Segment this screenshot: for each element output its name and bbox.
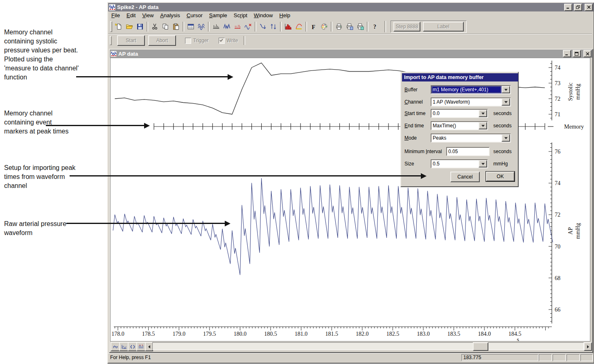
vertical-markers-button[interactable] [268, 21, 279, 32]
save-button[interactable] [135, 21, 145, 32]
horizontal-scrollbar-track[interactable] [152, 342, 584, 350]
start-button[interactable]: Start [117, 35, 145, 46]
minimum-interval-input[interactable]: 0.05 [446, 147, 490, 156]
svg-text:184.0: 184.0 [478, 331, 491, 337]
annotation-dialog-setup: Setup for importing peak times from wave… [4, 163, 78, 190]
svg-text:73: 73 [555, 80, 560, 86]
toolbar-separator [208, 22, 210, 32]
copy-button[interactable] [160, 21, 171, 32]
toolbar-separator [384, 21, 386, 32]
main-title-bar[interactable]: Spike2 - AP data [108, 3, 594, 11]
fit-curve-button[interactable] [294, 21, 304, 32]
start-time-combo[interactable]: 0.0 [431, 109, 488, 118]
menu-view[interactable]: View [139, 11, 157, 19]
print-screen-button[interactable] [355, 21, 366, 32]
channel-combo[interactable]: 1 AP (Waveform) [431, 97, 511, 106]
copy-icon [162, 23, 169, 30]
annotation-systolic-channel: Memory channel containing systolic press… [4, 28, 80, 82]
spike-train-button[interactable] [211, 21, 221, 32]
scroll-left-button[interactable] [145, 342, 153, 351]
menu-analysis[interactable]: Analysis [157, 11, 183, 19]
toolbar-grip[interactable] [110, 21, 112, 32]
buffer-combo[interactable]: m1 Memory (Event+,401) [431, 85, 511, 94]
dialog-title-bar[interactable]: Import to AP data memory buffer [402, 73, 518, 81]
new-file-button[interactable] [113, 21, 124, 32]
inner-maximize-button[interactable] [573, 50, 581, 57]
end-time-dropdown-button[interactable] [479, 122, 487, 129]
spike-train-icon [212, 23, 220, 30]
buffer-dropdown-button[interactable] [501, 86, 510, 93]
menu-file[interactable]: File [108, 11, 123, 19]
ap-data-icon [111, 51, 117, 57]
inner-minimize-button[interactable] [563, 50, 571, 57]
waveform-delete-icon [244, 23, 252, 30]
menu-window[interactable]: Window [251, 11, 276, 19]
chevron-down-icon [504, 101, 508, 103]
ap-data-title-bar[interactable]: AP data [110, 50, 592, 58]
blue-waveform-button[interactable] [221, 21, 232, 32]
step-button[interactable]: Step 8888 [393, 22, 420, 32]
size-combo[interactable]: 0.5 [431, 159, 488, 168]
print-button[interactable] [334, 21, 344, 32]
status-panel [580, 354, 593, 361]
spike2-app-icon [109, 4, 115, 11]
mode-value: Peaks [431, 134, 501, 142]
measure-to-channel-button[interactable] [257, 21, 268, 32]
new-file-icon [115, 23, 122, 30]
waveform-delete-button[interactable] [243, 21, 253, 32]
menu-help[interactable]: Help [276, 11, 294, 19]
restore-button[interactable] [574, 4, 582, 11]
inner-close-button[interactable] [583, 50, 592, 57]
palette-button[interactable] [319, 21, 330, 32]
font-button[interactable]: F [308, 21, 319, 32]
histogram-button[interactable] [283, 21, 294, 32]
ap-data-window: AP data 74737271SystolicmmHgMemory767472… [109, 49, 593, 353]
buffer-value: m1 Memory (Event+,401) [431, 86, 501, 93]
size-row: Size0.5mmHg [401, 159, 516, 169]
mode-dropdown-button[interactable] [501, 134, 510, 142]
svg-text:182.0: 182.0 [356, 331, 369, 337]
mode-combo[interactable]: Peaks [431, 133, 511, 142]
help-button[interactable]: ? [370, 21, 380, 32]
svg-text:70: 70 [555, 244, 560, 250]
toolbar-grip[interactable] [110, 36, 112, 45]
overdraw-waves-button[interactable] [196, 21, 207, 32]
ap-data-window-title: AP data [118, 51, 138, 57]
minimize-button[interactable] [564, 4, 572, 11]
svg-text:Systolic: Systolic [567, 82, 574, 101]
end-time-combo[interactable]: MaxTime() [431, 121, 488, 130]
mdi-client-area: AP data 74737271SystolicmmHgMemory767472… [108, 47, 592, 353]
svg-text:179.5: 179.5 [203, 331, 216, 337]
paste-icon [172, 23, 180, 30]
scroll-right-button[interactable] [584, 342, 592, 351]
ok-button[interactable]: OK [486, 171, 515, 182]
horizontal-scrollbar-thumb[interactable] [473, 342, 488, 351]
blue-waveform-icon [223, 23, 230, 30]
svg-text:s: s [517, 337, 519, 341]
menu-edit[interactable]: Edit [123, 11, 139, 19]
paste-button[interactable] [171, 21, 181, 32]
sampling-grid-icon [187, 23, 194, 30]
start-time-dropdown-button[interactable] [479, 110, 487, 117]
mode-row: ModePeaks [401, 133, 516, 143]
status-panel [539, 354, 552, 361]
menu-sample[interactable]: Sample [206, 11, 230, 19]
print-visible-button[interactable] [344, 21, 355, 32]
dialog-title: Import to AP data memory buffer [404, 75, 483, 80]
write-checkbox[interactable] [219, 38, 225, 44]
open-folder-button[interactable] [124, 21, 135, 32]
abort-button[interactable]: Abort [148, 35, 176, 46]
status-panel [567, 354, 580, 361]
label-button[interactable]: Label [423, 22, 464, 32]
cancel-button[interactable]: Cancel [450, 172, 480, 182]
menu-script[interactable]: Script [230, 11, 251, 19]
event-histogram-button[interactable] [232, 21, 243, 32]
size-dropdown-button[interactable] [479, 160, 487, 167]
menu-cursor[interactable]: Cursor [183, 11, 206, 19]
trigger-checkbox[interactable] [185, 38, 191, 44]
help-icon: ? [371, 23, 379, 30]
cut-button[interactable] [149, 21, 160, 32]
close-button[interactable] [585, 4, 593, 11]
sampling-grid-button[interactable] [185, 21, 196, 32]
channel-dropdown-button[interactable] [501, 98, 510, 106]
